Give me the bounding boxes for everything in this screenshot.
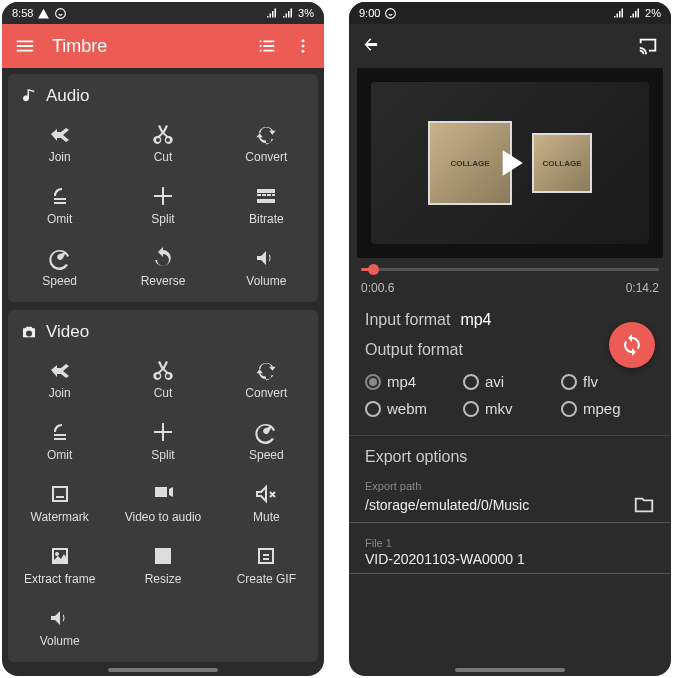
video-speed-button[interactable]: Speed [215, 410, 318, 472]
radio-avi[interactable]: avi [463, 373, 557, 390]
export-heading: Export options [365, 448, 467, 466]
audio-omit-button[interactable]: Omit [8, 174, 111, 236]
video-panel: Video Join Cut Convert Omit Split Speed … [8, 310, 318, 662]
tile-label: Speed [249, 448, 284, 462]
input-format-label: Input format [365, 311, 450, 329]
gif-icon [254, 544, 278, 568]
video-heading: Video [8, 318, 318, 348]
editor-toolbar [349, 24, 671, 68]
seek-thumb[interactable] [368, 264, 379, 275]
video-watermark-button[interactable]: Watermark [8, 472, 111, 534]
status-bar: 9:00 2% [349, 2, 671, 24]
video-volume-button[interactable]: Volume [8, 596, 111, 658]
tile-label: Join [49, 386, 71, 400]
seek-bar[interactable] [349, 258, 671, 275]
cut-icon [151, 358, 175, 382]
radio-flv[interactable]: flv [561, 373, 655, 390]
audio-heading: Audio [8, 82, 318, 112]
video-resize-button[interactable]: Resize [111, 534, 214, 596]
signal-icon [629, 7, 641, 19]
tile-label: Split [151, 212, 174, 226]
volume-icon [254, 246, 278, 270]
radio-icon [463, 401, 479, 417]
warn-icon [37, 7, 50, 20]
tile-label: Resize [145, 572, 182, 586]
input-format-value: mp4 [460, 311, 491, 329]
audio-speed-button[interactable]: Speed [8, 236, 111, 298]
signal-icon [266, 7, 278, 19]
audio-bitrate-button[interactable]: Bitrate [215, 174, 318, 236]
video-to-audio-icon [151, 482, 175, 506]
video-to-audio-button[interactable]: Video to audio [111, 472, 214, 534]
audio-reverse-button[interactable]: Reverse [111, 236, 214, 298]
tile-label: Volume [40, 634, 80, 648]
status-bar: 8:58 3% [2, 2, 324, 24]
radio-mp4[interactable]: mp4 [365, 373, 459, 390]
export-path-value: /storage/emulated/0/Music [365, 497, 529, 513]
video-split-button[interactable]: Split [111, 410, 214, 472]
audio-join-button[interactable]: Join [8, 112, 111, 174]
video-join-button[interactable]: Join [8, 348, 111, 410]
menu-icon[interactable] [14, 35, 36, 57]
audio-convert-button[interactable]: Convert [215, 112, 318, 174]
audio-cut-button[interactable]: Cut [111, 112, 214, 174]
split-icon [151, 420, 175, 444]
export-path-field[interactable]: /storage/emulated/0/Music [349, 492, 671, 523]
radio-label: mp4 [387, 373, 416, 390]
more-icon[interactable] [294, 35, 312, 57]
omit-icon [48, 420, 72, 444]
image-icon [48, 544, 72, 568]
radio-webm[interactable]: webm [365, 400, 459, 417]
folder-icon[interactable] [633, 494, 655, 516]
back-icon[interactable] [361, 35, 383, 57]
video-extract-frame-button[interactable]: Extract frame [8, 534, 111, 596]
tile-label: Watermark [31, 510, 89, 524]
convert-fab[interactable] [609, 322, 655, 368]
radio-icon [365, 401, 381, 417]
tile-label: Video to audio [125, 510, 202, 524]
radio-mkv[interactable]: mkv [463, 400, 557, 417]
video-title: Video [46, 322, 89, 342]
cast-icon[interactable] [637, 35, 659, 57]
radio-mpeg[interactable]: mpeg [561, 400, 655, 417]
audio-split-button[interactable]: Split [111, 174, 214, 236]
home-indicator[interactable] [455, 668, 565, 672]
omit-icon [48, 184, 72, 208]
video-mute-button[interactable]: Mute [215, 472, 318, 534]
time-current: 0:00.6 [361, 281, 394, 295]
bitrate-icon [254, 184, 278, 208]
music-note-icon [20, 87, 38, 105]
status-battery: 3% [298, 7, 314, 19]
export-file-field[interactable]: VID-20201103-WA0000 1 [349, 549, 671, 574]
audio-volume-button[interactable]: Volume [215, 236, 318, 298]
phone-left: 8:58 3% Timbre Audio Join Cut Convert O [2, 2, 324, 676]
status-time: 8:58 [12, 7, 33, 19]
radio-label: webm [387, 400, 427, 417]
signal-icon [282, 7, 294, 19]
album-text: COLLAGE [450, 159, 489, 168]
video-preview[interactable]: COLLAGE COLLAGE [357, 68, 663, 258]
play-icon[interactable] [488, 141, 532, 185]
join-icon [48, 358, 72, 382]
home-indicator[interactable] [108, 668, 218, 672]
sync-icon [620, 333, 644, 357]
video-convert-button[interactable]: Convert [215, 348, 318, 410]
tile-label: Reverse [141, 274, 186, 288]
tile-label: Omit [47, 212, 72, 226]
tile-label: Bitrate [249, 212, 284, 226]
audio-panel: Audio Join Cut Convert Omit Split Bitrat… [8, 74, 318, 302]
video-cut-button[interactable]: Cut [111, 348, 214, 410]
tile-label: Create GIF [237, 572, 296, 586]
video-create-gif-button[interactable]: Create GIF [215, 534, 318, 596]
cut-icon [151, 122, 175, 146]
app-title: Timbre [52, 36, 240, 57]
mute-icon [254, 482, 278, 506]
tile-label: Extract frame [24, 572, 95, 586]
tile-label: Convert [245, 386, 287, 400]
video-omit-button[interactable]: Omit [8, 410, 111, 472]
main-content: Audio Join Cut Convert Omit Split Bitrat… [2, 68, 324, 676]
resize-icon [151, 544, 175, 568]
reverse-icon [151, 246, 175, 270]
tile-label: Speed [42, 274, 77, 288]
list-icon[interactable] [256, 35, 278, 57]
